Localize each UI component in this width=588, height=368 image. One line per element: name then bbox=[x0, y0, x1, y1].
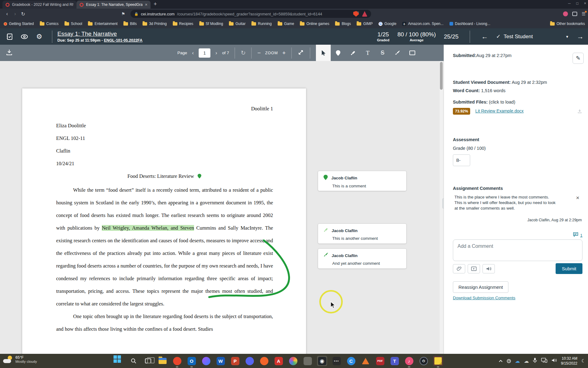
onedrive-icon[interactable]: ☁ bbox=[515, 358, 520, 364]
word-icon[interactable] bbox=[216, 356, 226, 366]
security-app-icon[interactable] bbox=[419, 356, 429, 366]
pdf-reader-icon[interactable] bbox=[375, 356, 385, 366]
bookmark-folder-sf-modling[interactable]: Sf Modling bbox=[199, 22, 223, 26]
eye-icon[interactable] bbox=[20, 33, 28, 41]
discord-icon[interactable] bbox=[245, 356, 255, 366]
new-tab-button[interactable]: + bbox=[154, 1, 157, 7]
messenger-icon[interactable] bbox=[201, 356, 211, 366]
window-minimize-button[interactable]: ─ bbox=[568, 1, 571, 6]
page-number-input[interactable] bbox=[199, 48, 210, 58]
clock[interactable]: 10:32 AM 9/15/2022 bbox=[561, 356, 577, 366]
media-comment-button[interactable] bbox=[468, 264, 480, 273]
student-dropdown-caret-icon[interactable]: ▼ bbox=[565, 35, 569, 39]
submitted-file-link[interactable]: Lit Review Example.docx bbox=[475, 108, 524, 113]
previous-student-arrow-icon[interactable]: ← bbox=[481, 33, 488, 41]
url-field[interactable]: 🔒 cei.instructure.com /courses/1847/grad… bbox=[130, 10, 371, 18]
tab-gradebook[interactable]: Gradebook - 2022 Fall Writing and Rh bbox=[2, 1, 77, 9]
bookmark-getting-started[interactable]: Getting Started bbox=[4, 22, 34, 26]
draw-annotation-green[interactable] bbox=[197, 234, 299, 309]
grade-input[interactable] bbox=[453, 154, 470, 166]
bookmark-folder-gimp[interactable]: GIMP bbox=[357, 22, 373, 26]
other-bookmarks-button[interactable]: Other bookmarks bbox=[550, 22, 585, 26]
delete-comment-icon[interactable]: × bbox=[576, 194, 579, 201]
bookmark-folder-game[interactable]: Game bbox=[278, 22, 294, 26]
highlight-tool-button[interactable] bbox=[346, 45, 360, 61]
zoom-in-icon[interactable]: + bbox=[282, 50, 286, 56]
focus-assist-moon-icon[interactable]: ☾ bbox=[582, 358, 586, 364]
brave-shield-icon[interactable]: 2 bbox=[353, 11, 359, 17]
remote-desktop-icon[interactable] bbox=[332, 356, 342, 366]
student-name[interactable]: Test Student bbox=[504, 34, 533, 40]
similarity-score-badge[interactable]: 73.92% bbox=[453, 108, 470, 115]
area-annotation-tool-button[interactable] bbox=[405, 45, 420, 61]
search-icon[interactable] bbox=[129, 356, 139, 366]
strikeout-tool-button[interactable]: S bbox=[375, 45, 390, 61]
attach-file-button[interactable] bbox=[453, 264, 465, 273]
bookmark-folder-online-games[interactable]: Online games bbox=[300, 22, 329, 26]
bookmark-folder-blogs[interactable]: Blogs bbox=[335, 22, 351, 26]
adblock-icon[interactable]: 1 bbox=[362, 11, 367, 17]
bookmark-google[interactable]: GGoogle bbox=[379, 22, 396, 26]
window-close-button[interactable]: × bbox=[584, 1, 586, 6]
bookmark-folder-school[interactable]: School bbox=[64, 22, 82, 26]
highlight-annotation[interactable]: Neil Wrigley, Amanda Whelan, and Steven bbox=[102, 225, 194, 231]
settings-gear-icon[interactable]: ⚙ bbox=[35, 33, 43, 41]
draw-tool-button[interactable] bbox=[390, 45, 405, 61]
edit-submission-button[interactable]: ✎ bbox=[573, 53, 584, 64]
pin-annotation-icon[interactable] bbox=[197, 171, 202, 184]
download-file-icon[interactable] bbox=[577, 108, 582, 115]
record-icon[interactable] bbox=[507, 359, 511, 363]
media-comment-count-link[interactable]: 1 bbox=[580, 233, 582, 238]
next-page-icon[interactable]: › bbox=[215, 50, 218, 56]
text-tool-button[interactable]: T bbox=[360, 45, 375, 61]
assignment-title-link[interactable]: Essay 1: The Narrative bbox=[57, 31, 143, 37]
comment-bubble-icon[interactable] bbox=[573, 232, 578, 238]
snipping-tool-icon[interactable] bbox=[303, 356, 313, 366]
annotation-comment-card[interactable]: Jacob Claflin And yet another comment bbox=[318, 248, 407, 269]
previous-page-icon[interactable]: ‹ bbox=[192, 50, 195, 56]
onedrive-personal-icon[interactable]: ☁ bbox=[524, 358, 529, 364]
zoom-out-icon[interactable]: − bbox=[257, 50, 261, 56]
course-link[interactable]: ENGL-101-05.2022FA bbox=[104, 38, 143, 43]
teams-icon[interactable] bbox=[390, 356, 400, 366]
weather-widget[interactable]: 65°F Mostly cloudy bbox=[3, 355, 37, 363]
point-annotation-tool-button[interactable] bbox=[331, 45, 346, 61]
reassign-assignment-button[interactable]: Reassign Assignment bbox=[453, 281, 508, 293]
download-submission-comments-link[interactable]: Download Submission Comments bbox=[453, 296, 582, 300]
music-app-icon[interactable] bbox=[404, 356, 414, 366]
powerpoint-icon[interactable] bbox=[230, 356, 240, 366]
bookmark-folder-bills[interactable]: Bills bbox=[123, 22, 137, 26]
sticky-notes-icon[interactable] bbox=[433, 356, 443, 366]
forward-button[interactable]: › bbox=[11, 11, 19, 17]
brave-icon[interactable] bbox=[172, 356, 182, 366]
bookmark-amazon[interactable]: aAmazon.com. Spen... bbox=[402, 22, 444, 26]
document-viewport[interactable]: Doolittle 1 Eliza Doolittle ENGL 102-11 … bbox=[0, 61, 444, 354]
task-view-icon[interactable] bbox=[143, 356, 153, 366]
browser-menu-icon[interactable]: ☰ bbox=[582, 11, 586, 16]
tray-chevron-icon[interactable] bbox=[499, 358, 503, 364]
file-explorer-icon[interactable] bbox=[158, 356, 168, 366]
annotation-comment-card[interactable]: Jacob Claflin This is another comment bbox=[318, 223, 407, 244]
tab-speedgrader[interactable]: Essay 1: The Narrative, SpeedGrad × bbox=[77, 1, 151, 9]
bookmark-folder-3d-printing[interactable]: 3d Printing bbox=[143, 22, 167, 26]
bookmark-folder-running[interactable]: Running bbox=[251, 22, 272, 26]
bookmark-folder-guitar[interactable]: Guitar bbox=[229, 22, 246, 26]
sidebar-toggle-icon[interactable] bbox=[572, 12, 577, 16]
rotate-icon[interactable]: ↻ bbox=[241, 49, 246, 56]
volume-icon[interactable] bbox=[551, 358, 557, 364]
screen-recorder-icon[interactable] bbox=[317, 356, 327, 366]
acrobat-icon[interactable]: A bbox=[274, 356, 284, 366]
add-comment-textarea[interactable] bbox=[453, 239, 582, 261]
select-tool-button[interactable] bbox=[316, 45, 331, 61]
microphone-icon[interactable] bbox=[533, 358, 537, 364]
network-icon[interactable] bbox=[541, 358, 547, 364]
gradebook-icon[interactable] bbox=[6, 33, 14, 41]
clipchamp-icon[interactable] bbox=[346, 356, 356, 366]
back-button[interactable]: ‹ bbox=[3, 11, 11, 17]
submit-comment-button[interactable]: Submit bbox=[556, 263, 582, 274]
audio-comment-button[interactable] bbox=[482, 264, 495, 273]
annotation-comment-card[interactable]: Jacob Claflin This is a comment bbox=[318, 171, 407, 191]
extension-icon[interactable] bbox=[563, 11, 568, 16]
bookmark-folder-comics[interactable]: Comics bbox=[40, 22, 59, 26]
paint-app-icon[interactable] bbox=[288, 356, 298, 366]
